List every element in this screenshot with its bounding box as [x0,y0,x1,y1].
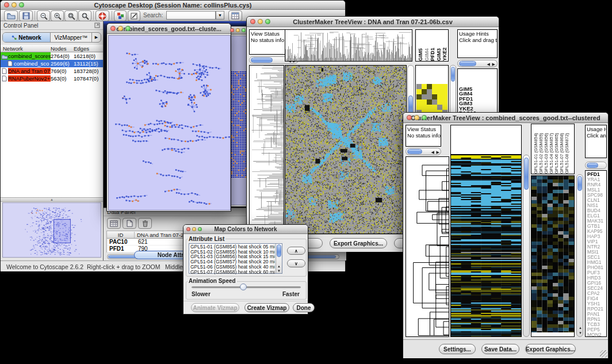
search-input[interactable] [166,11,216,20]
matrix-cell[interactable] [416,94,422,99]
tv2-zoom-heatmap[interactable] [531,175,575,337]
col-nodes[interactable]: Nodes [51,45,74,52]
matrix-cell[interactable] [416,84,422,89]
network-canvas-area[interactable] [108,35,231,210]
arrow-right-icon[interactable]: ▶ [492,62,495,66]
matrix-cell[interactable] [422,84,427,89]
tv1-genelist-hscrollbar[interactable]: ◀ ▶ [457,60,498,67]
scrollbar-thumb[interactable] [577,176,582,191]
birdseye-view[interactable] [2,202,101,258]
tv2-export-graphics-button[interactable]: Export Graphics... [525,344,576,354]
matrix-cell[interactable] [427,84,432,89]
main-titlebar[interactable]: Cytoscape Desktop (Session Name: collins… [1,1,345,10]
zoom-out-button[interactable] [37,10,50,21]
attribute-list-item[interactable]: GPL51-07 (GSM868) heat shock 60 min [190,270,275,275]
arrow-left-icon[interactable]: ◀ [487,62,490,66]
zoom-button[interactable] [125,26,131,31]
zoom-button[interactable] [19,2,24,7]
matrix-cell[interactable] [437,105,442,110]
minimize-button[interactable] [192,227,196,231]
dialog-titlebar[interactable]: Map Colors to Network [183,225,308,234]
matrix-cell[interactable] [432,84,437,89]
arrow-right-icon[interactable]: ▶ [437,150,439,154]
scrollbar-thumb[interactable] [524,158,529,190]
arrow-down-icon[interactable]: ▼ [277,269,281,273]
network-row[interactable]: DNA and Tran 07769(0)183728(0) [1,67,103,75]
tv1-similarity-matrix[interactable] [416,84,447,115]
close-button[interactable] [4,2,9,7]
minimize-button[interactable] [258,19,263,24]
network-row[interactable]: combined_sco2569(6)13112(15) [1,60,103,67]
minimize-button[interactable] [236,28,240,32]
resize-grip[interactable] [600,350,607,358]
network-canvas[interactable] [109,36,230,210]
scrollbar-thumb[interactable] [277,244,281,257]
animation-slider-thumb[interactable] [240,283,247,290]
minimize-button[interactable] [414,115,419,120]
tv1-export-graphics-button[interactable]: Export Graphics... [330,238,387,248]
matrix-cell[interactable] [437,94,442,99]
tv2-settings-button[interactable]: Settings... [439,344,476,354]
matrix-cell[interactable] [422,99,427,105]
tv2-genelist-hscrollbar[interactable] [585,162,607,169]
tv2-row-dendrogram[interactable] [406,156,449,337]
tv2-dendro-hscrollbar[interactable]: ◀ ▶ [406,148,441,155]
new-attribute-button[interactable] [123,218,136,229]
matrix-cell[interactable] [432,99,437,105]
close-button[interactable] [110,26,116,31]
matrix-cell[interactable] [422,94,427,99]
close-button[interactable] [186,227,190,231]
matrix-cell[interactable] [427,99,432,105]
annotation-button[interactable] [128,10,140,21]
col-edges[interactable]: Edges [74,45,103,52]
open-file-button[interactable] [4,10,18,21]
save-session-button[interactable] [19,10,33,21]
tab-network[interactable]: Network [3,33,51,42]
attribute-browser-button[interactable] [228,10,242,21]
matrix-cell[interactable] [437,89,442,94]
tv2-heatmap-vscrollbar[interactable] [523,155,530,337]
delete-attribute-button[interactable] [138,218,152,229]
zoom-button[interactable] [198,227,202,231]
float-panel-icon[interactable] [94,20,100,30]
create-vizmap-button[interactable]: Create Vizmap [244,303,289,312]
tv2-gene-list[interactable]: PFD1YRA1RNR4MSL1SPC98CLN1NIS1BUD4ELG1MAK… [585,170,607,337]
tv2-zoom-vscrollbar[interactable]: ▲ ▼ [576,174,583,337]
tab-overflow-button[interactable]: ▶ [92,33,101,42]
close-button[interactable] [250,19,255,24]
matrix-cell[interactable] [437,99,442,105]
matrix-cell[interactable] [432,94,437,99]
animate-vizmap-button[interactable]: Animate Vizmap [191,303,239,312]
matrix-cell[interactable] [432,89,437,94]
tv2-save-data-button[interactable]: Save Data... [481,344,519,354]
matrix-cell[interactable] [442,89,447,94]
attribute-list-item[interactable]: GPL51-04 (GSM857) heat shock 20 min [190,259,275,265]
matrix-cell[interactable] [432,105,437,110]
col-id[interactable]: ID [107,232,135,238]
zoom-selected-button[interactable] [64,10,78,21]
panel-splitter[interactable]: ▲ [1,197,103,202]
birdseye-viewport-rect[interactable] [53,219,71,243]
matrix-cell[interactable] [416,105,422,110]
network-titlebar[interactable]: combined_scores_good.txt--cluste... [107,24,231,34]
matrix-cell[interactable] [442,84,447,89]
move-down-button[interactable]: ∨ [287,259,305,267]
matrix-cell[interactable] [422,89,427,94]
tab-vizmapper[interactable]: VizMapper™ [51,33,92,42]
done-button[interactable]: Done [293,303,315,312]
minimize-button[interactable] [118,26,123,31]
scrollbar-thumb[interactable] [459,61,476,66]
zoom-in-button[interactable] [51,10,64,21]
col-network[interactable]: Network [1,45,51,52]
gene-list-item[interactable]: MON2 [587,332,606,337]
close-button[interactable] [407,115,412,120]
tv1-global-heatmap[interactable] [285,65,407,234]
attribute-list-item[interactable]: GPL51-06 (GSM865) heat shock 40 min [190,265,275,270]
zoom-button[interactable] [422,115,427,120]
arrow-left-icon[interactable]: ◀ [431,150,434,154]
vizmap-button[interactable] [114,10,127,21]
minimize-button[interactable] [12,2,17,7]
matrix-cell[interactable] [437,84,442,89]
attribute-listbox[interactable]: GPL51-01 (GSM854) heat shock 05 minGPL51… [189,243,282,274]
matrix-cell[interactable] [416,99,422,105]
